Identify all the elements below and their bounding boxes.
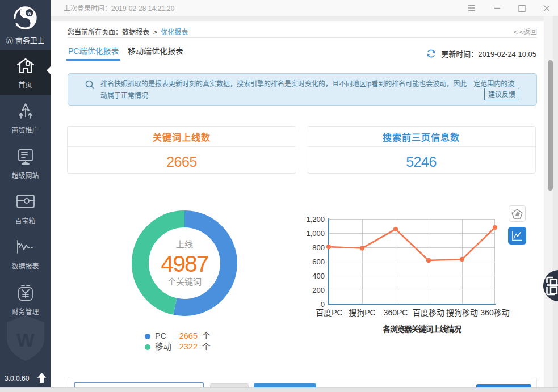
svg-text:搜狗PC: 搜狗PC	[349, 308, 375, 317]
svg-text:0: 0	[321, 300, 325, 309]
svg-text:800: 800	[312, 243, 325, 252]
svg-text:360移动: 360移动	[480, 308, 509, 317]
svg-text:各浏览器关键词上线情况: 各浏览器关键词上线情况	[382, 324, 461, 334]
svg-text:搜狗移动: 搜狗移动	[446, 308, 478, 317]
svg-text:360PC: 360PC	[384, 308, 408, 317]
svg-text:个关键词: 个关键词	[167, 277, 202, 286]
svg-text:400: 400	[312, 272, 325, 280]
svg-text:W: W	[16, 329, 35, 351]
svg-text:200: 200	[312, 286, 325, 294]
svg-text:上线: 上线	[176, 239, 193, 249]
svg-text:600: 600	[312, 258, 325, 266]
svg-text:1,200: 1,200	[306, 215, 325, 224]
svg-text:1,000: 1,000	[306, 229, 325, 238]
svg-text:百度PC: 百度PC	[316, 308, 342, 317]
svg-text:4987: 4987	[161, 251, 208, 277]
svg-text:w: w	[27, 10, 31, 16]
svg-text:百度移动: 百度移动	[413, 308, 444, 317]
